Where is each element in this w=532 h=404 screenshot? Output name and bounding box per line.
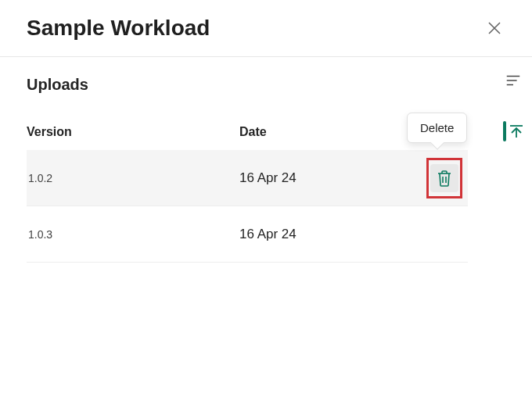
arrow-up-to-line-icon (509, 123, 524, 139)
scroll-top-button[interactable] (503, 121, 524, 141)
close-button[interactable] (482, 16, 507, 41)
cell-version: 1.0.3 (27, 228, 239, 241)
cell-date: 16 Apr 24 (239, 170, 421, 186)
cell-version: 1.0.2 (27, 172, 239, 184)
trash-icon (437, 170, 452, 187)
close-icon (487, 20, 502, 36)
side-actions (499, 66, 527, 141)
column-header-version: Version (27, 125, 239, 139)
cell-date: 16 Apr 24 (239, 227, 421, 242)
uploads-panel: Uploads Version Date 1.0.2 16 Apr 24 Del… (0, 57, 468, 263)
delete-tooltip: Delete (407, 113, 467, 143)
menu-button[interactable] (499, 66, 527, 95)
section-title: Uploads (27, 76, 468, 94)
scroll-indicator-bar (503, 121, 506, 141)
table-row[interactable]: 1.0.2 16 Apr 24 Delete (27, 150, 468, 206)
table-header: Version Date (27, 125, 468, 150)
menu-icon (505, 72, 522, 89)
table-row[interactable]: 1.0.3 16 Apr 24 (27, 206, 468, 263)
delete-button[interactable] (430, 164, 458, 192)
row-actions: Delete (421, 164, 468, 192)
dialog-header: Sample Workload (0, 0, 532, 57)
dialog-title: Sample Workload (27, 16, 210, 41)
